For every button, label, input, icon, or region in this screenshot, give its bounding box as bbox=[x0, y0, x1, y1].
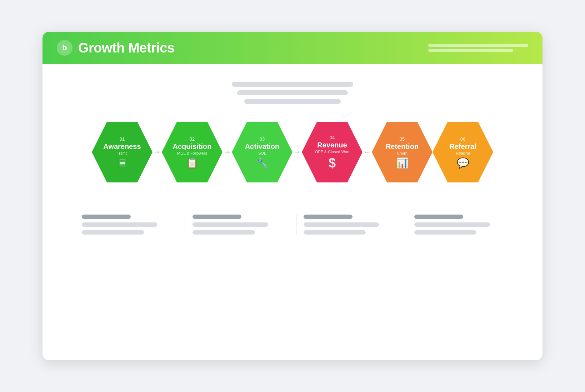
arrow-2-3: → bbox=[222, 148, 232, 156]
stat-1-line-1 bbox=[82, 215, 131, 219]
placeholder-line-1 bbox=[232, 82, 353, 87]
header: b Growth Metrics bbox=[42, 32, 542, 64]
stats-grid bbox=[64, 207, 521, 242]
hex-referral[interactable]: 06 Referral Referral 💬 bbox=[432, 122, 493, 182]
hex-wrapper-retention: 05 Retention Churn 📊 bbox=[372, 122, 432, 182]
hex-acquisition-inner: 02 Acquisition MQL & Followers 📋 bbox=[162, 122, 222, 182]
stat-4-line-2 bbox=[414, 222, 490, 227]
stat-2-line-2 bbox=[192, 222, 268, 227]
stat-1-line-2 bbox=[82, 222, 158, 227]
hex-wrapper-acquisition: 02 Acquisition MQL & Followers 📋 bbox=[162, 122, 222, 182]
hex-wrapper-revenue: 04 Revenue OPP & Closed Won bbox=[302, 122, 362, 182]
stat-block-1 bbox=[71, 215, 181, 235]
hex-acquisition-num: 02 bbox=[190, 136, 195, 142]
stat-3-line-2 bbox=[304, 222, 379, 227]
hex-activation-inner: 03 Activation SQL 🔧 bbox=[232, 122, 292, 182]
hex-activation-title: Activation bbox=[245, 142, 280, 150]
stat-block-4 bbox=[404, 215, 514, 235]
hex-retention-num: 05 bbox=[400, 136, 405, 142]
stat-block-2 bbox=[182, 215, 292, 235]
hex-retention-inner: 05 Retention Churn 📊 bbox=[372, 122, 432, 182]
hex-retention-title: Retention bbox=[386, 142, 419, 150]
hexagons-row: 01 Awareness Traffic 🖥 → 02 Acquisition … bbox=[64, 122, 521, 182]
hex-awareness-subtitle: Traffic bbox=[117, 151, 128, 155]
hex-acquisition-subtitle: MQL & Followers bbox=[177, 151, 207, 155]
logo: b bbox=[57, 40, 72, 56]
hex-revenue-inner: 04 Revenue OPP & Closed Won bbox=[302, 122, 362, 182]
stat-3-line-3 bbox=[304, 230, 366, 235]
hex-referral-subtitle: Referral bbox=[456, 151, 470, 155]
stat-block-3 bbox=[293, 215, 403, 235]
stat-2-line-3 bbox=[192, 230, 255, 235]
placeholder-line-3 bbox=[244, 99, 341, 104]
page-title: Growth Metrics bbox=[78, 40, 175, 56]
chat-icon: 💬 bbox=[457, 158, 469, 168]
arrow-4-5: ← bbox=[362, 148, 372, 156]
placeholder-line-2 bbox=[237, 90, 348, 95]
stat-3-line-1 bbox=[304, 215, 352, 219]
hex-retention[interactable]: 05 Retention Churn 📊 bbox=[372, 122, 432, 182]
dollar-icon bbox=[329, 157, 336, 170]
hex-referral-num: 06 bbox=[460, 136, 465, 142]
hex-activation-num: 03 bbox=[260, 136, 265, 142]
form-icon: 📋 bbox=[186, 158, 199, 168]
hex-retention-subtitle: Churn bbox=[397, 151, 408, 155]
hex-activation[interactable]: 03 Activation SQL 🔧 bbox=[232, 122, 292, 182]
header-progress bbox=[428, 44, 528, 52]
hex-revenue-title: Revenue bbox=[317, 141, 347, 149]
app-window: b Growth Metrics 01 Awareness Traffic bbox=[42, 32, 542, 360]
hex-awareness-inner: 01 Awareness Traffic 🖥 bbox=[92, 122, 152, 182]
monitor-icon: 🖥 bbox=[117, 158, 127, 168]
main-content: 01 Awareness Traffic 🖥 → 02 Acquisition … bbox=[42, 64, 542, 360]
hex-acquisition[interactable]: 02 Acquisition MQL & Followers 📋 bbox=[162, 122, 222, 182]
stat-4-line-1 bbox=[414, 215, 463, 219]
hex-revenue-subtitle: OPP & Closed Won bbox=[315, 150, 349, 154]
hex-referral-inner: 06 Referral Referral 💬 bbox=[432, 122, 493, 182]
logo-text: b bbox=[62, 43, 67, 52]
hex-awareness[interactable]: 01 Awareness Traffic 🖥 bbox=[92, 122, 152, 182]
top-placeholder bbox=[64, 82, 521, 104]
arrow-3-4: → bbox=[292, 148, 302, 156]
hex-revenue-num: 04 bbox=[330, 135, 335, 140]
hex-awareness-num: 01 bbox=[120, 136, 125, 142]
stat-1-line-3 bbox=[82, 230, 144, 235]
pipe-icon: 🔧 bbox=[256, 158, 269, 168]
stairs-icon: 📊 bbox=[396, 158, 409, 168]
hex-wrapper-referral: 06 Referral Referral 💬 bbox=[432, 122, 493, 182]
progress-bar-1 bbox=[428, 44, 528, 47]
hex-activation-subtitle: SQL bbox=[258, 151, 266, 155]
progress-bar-2 bbox=[428, 49, 513, 52]
stat-4-line-3 bbox=[414, 230, 476, 235]
hex-referral-title: Referral bbox=[449, 142, 476, 150]
hex-acquisition-title: Acquisition bbox=[173, 142, 212, 150]
hex-wrapper-awareness: 01 Awareness Traffic 🖥 bbox=[92, 122, 152, 182]
hex-wrapper-activation: 03 Activation SQL 🔧 bbox=[232, 122, 292, 182]
stat-2-line-1 bbox=[192, 215, 241, 219]
hex-awareness-title: Awareness bbox=[103, 142, 141, 150]
hex-revenue[interactable]: 04 Revenue OPP & Closed Won bbox=[302, 122, 362, 182]
arrow-1-2: → bbox=[152, 148, 162, 156]
